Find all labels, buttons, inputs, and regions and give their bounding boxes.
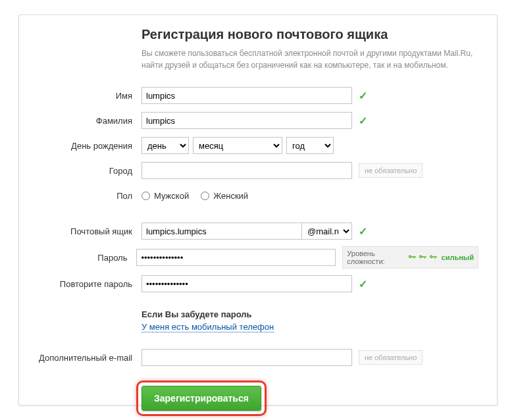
lastname-label: Фамилия [38, 116, 142, 126]
password-repeat-label: Повторите пароль [38, 279, 142, 289]
key-icon [418, 253, 427, 262]
key-icon [407, 253, 417, 262]
mailbox-input[interactable] [142, 223, 302, 240]
key-icon [428, 253, 438, 262]
optional-badge: не обязательно [359, 163, 423, 178]
password-repeat-input[interactable] [142, 275, 352, 292]
male-radio-input[interactable] [142, 192, 150, 200]
city-label: Город [38, 166, 142, 176]
additional-email-label: Дополнительный e-mail [38, 353, 142, 363]
day-select[interactable]: день [142, 137, 189, 154]
check-icon: ✓ [359, 90, 367, 102]
year-select[interactable]: год [286, 137, 334, 154]
female-label: Женский [213, 191, 248, 201]
strength-label: Уровень сложности: [347, 249, 407, 265]
firstname-label: Имя [38, 91, 142, 101]
domain-select[interactable]: @mail.ru [302, 223, 352, 240]
password-label: Пароль [38, 253, 136, 263]
forgot-title: Если Вы забудете пароль [142, 309, 274, 319]
gender-label: Пол [38, 191, 142, 201]
firstname-input[interactable] [142, 87, 352, 104]
check-icon: ✓ [359, 225, 367, 238]
page-title: Регистрация нового почтового ящика [142, 27, 478, 42]
optional-badge: не обязательно [359, 350, 423, 365]
birthday-label: День рождения [38, 141, 142, 151]
gender-female-radio[interactable]: Женский [201, 191, 248, 201]
lastname-input[interactable] [142, 112, 352, 129]
check-icon: ✓ [359, 115, 367, 127]
page-subtitle: Вы сможете пользоваться бесплатной элект… [142, 47, 478, 71]
check-icon: ✓ [359, 278, 367, 290]
additional-email-input[interactable] [142, 349, 352, 366]
registration-card: Регистрация нового почтового ящика Вы см… [18, 14, 498, 406]
password-strength-badge: Уровень сложности: сильный [342, 246, 478, 269]
password-input[interactable] [136, 249, 336, 266]
gender-male-radio[interactable]: Мужской [142, 191, 189, 201]
female-radio-input[interactable] [201, 192, 209, 200]
city-input[interactable] [142, 162, 352, 179]
male-label: Мужской [154, 191, 189, 201]
mailbox-label: Почтовый ящик [38, 226, 142, 236]
register-button[interactable]: Зарегистрироваться [142, 386, 261, 411]
month-select[interactable]: месяц [193, 137, 282, 154]
mobile-phone-link[interactable]: У меня есть мобильный телефон [142, 322, 274, 332]
strength-value: сильный [442, 253, 474, 261]
